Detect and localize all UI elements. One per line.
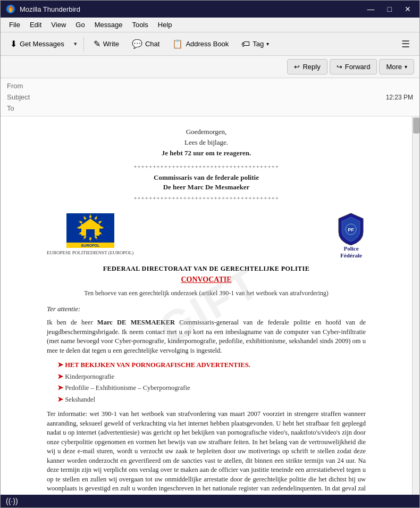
authority-line: Commissaris van de federale politie	[47, 173, 366, 182]
menu-view[interactable]: View	[47, 19, 70, 30]
app-window: Mozilla Thunderbird — □ ✕ File Edit View…	[0, 0, 420, 508]
police-federale-text: Police Fédérale	[340, 245, 362, 259]
write-button[interactable]: ✎ Write	[88, 36, 124, 52]
reply-button[interactable]: ↩ Reply	[287, 59, 327, 74]
app-logo-icon	[6, 4, 15, 14]
charge-item-2: Kinderpornografie	[57, 372, 366, 382]
to-field: To	[7, 103, 413, 114]
europol-logo: EUROPOL EUROPESE POLITIEDIENST (EUROPOL)	[47, 213, 133, 256]
charges-list: HET BEKIJKEN VAN PORNOGRAFISCHE ADVERTEN…	[57, 361, 366, 404]
toolbar-separator-1	[83, 37, 84, 52]
more-dropdown-icon: ▾	[405, 64, 407, 70]
menu-bar: File Edit View Go Message Tools Help	[1, 18, 419, 32]
hamburger-menu-button[interactable]: ☰	[396, 36, 415, 53]
charge-item-3: Pedofilie – Exhibitionisme – Cyberpornog…	[57, 384, 366, 393]
status-bar: ((·))	[1, 495, 419, 507]
tag-dropdown-arrow: ▾	[266, 41, 269, 47]
menu-tools[interactable]: Tools	[128, 19, 152, 30]
svg-point-2	[9, 8, 12, 12]
greeting-line-3: Je hebt 72 uur om te reageren.	[162, 149, 251, 157]
chat-button[interactable]: 💬 Chat	[127, 36, 165, 52]
email-time: 12:23 PM	[386, 94, 413, 101]
close-button[interactable]: ✕	[401, 4, 414, 14]
intro-paragraph: Ik ben de heer Marc DE MESMAEKER Commiss…	[47, 318, 366, 355]
get-messages-button[interactable]: ⬇ Get Messages	[5, 36, 70, 52]
forward-icon: ↪	[337, 63, 342, 71]
email-body-container: GIFT Goedemorgen, Lees de bijlage. Je he…	[1, 116, 419, 495]
name-line: De heer Marc De Mesmaeker	[47, 182, 366, 192]
wifi-icon: ((·))	[6, 497, 18, 505]
email-body[interactable]: GIFT Goedemorgen, Lees de bijlage. Je he…	[1, 116, 412, 495]
europol-emblem-icon: EUROPOL	[66, 213, 114, 248]
get-messages-dropdown[interactable]: ▾	[72, 38, 79, 50]
email-header: From Subject 12:23 PM To	[1, 78, 419, 116]
greeting-line-1: Goedemorgen,	[47, 127, 366, 137]
svg-text:PF: PF	[348, 227, 354, 232]
title-bar-left: Mozilla Thunderbird	[6, 4, 80, 14]
forward-button[interactable]: ↪ Forward	[330, 59, 377, 74]
menu-file[interactable]: File	[5, 19, 24, 30]
directive-title: FEDERAAL DIRECTORAAT VAN DE GERECHTELIJK…	[47, 264, 366, 273]
charge-item-1: HET BEKIJKEN VAN PORNOGRAFISCHE ADVERTEN…	[57, 361, 366, 370]
menu-edit[interactable]: Edit	[26, 19, 46, 30]
separator-2: ++++++++++++++++++++++++++++++++++++++	[47, 194, 366, 202]
logos-row: EUROPOL EUROPESE POLITIEDIENST (EUROPOL)	[47, 211, 366, 259]
separator-1: ++++++++++++++++++++++++++++++++++++++	[47, 163, 366, 171]
minimize-button[interactable]: —	[364, 4, 378, 14]
chat-icon: 💬	[132, 39, 142, 49]
tag-icon: 🏷	[241, 39, 250, 49]
scrollbar-thumb[interactable]	[413, 118, 419, 134]
window-title: Mozilla Thunderbird	[20, 5, 80, 13]
police-logo: PF Police Fédérale	[337, 211, 366, 259]
get-messages-icon: ⬇	[10, 39, 17, 49]
reply-icon: ↩	[294, 63, 300, 71]
title-bar: Mozilla Thunderbird — □ ✕	[1, 1, 419, 18]
convocatie-text: CONVOCATIE	[47, 274, 366, 285]
ter-attentie: Ter attentie:	[47, 304, 366, 314]
police-federale-icon: PF	[337, 211, 366, 245]
more-button[interactable]: More ▾	[379, 59, 414, 74]
maximize-button[interactable]: □	[384, 4, 395, 14]
svg-text:EUROPOL: EUROPOL	[81, 244, 99, 247]
svg-rect-18	[86, 229, 95, 236]
europol-full-text: EUROPESE POLITIEDIENST (EUROPOL)	[47, 249, 133, 256]
charge-item-4: Sekshandel	[57, 395, 366, 405]
write-icon: ✎	[94, 39, 100, 49]
title-bar-controls: — □ ✕	[364, 4, 414, 14]
address-book-icon: 📋	[172, 39, 183, 49]
menu-go[interactable]: Go	[71, 19, 89, 30]
menu-message[interactable]: Message	[90, 19, 127, 30]
action-bar: ↩ Reply ↪ Forward More ▾	[1, 56, 419, 78]
greeting-section: Goedemorgen, Lees de bijlage. Je hebt 72…	[47, 127, 366, 159]
subject-field: Subject 12:23 PM	[7, 91, 413, 103]
scrollbar-track[interactable]	[412, 116, 419, 495]
body-paragraph: Ter informatie: wet 390-1 van het wetboe…	[47, 410, 366, 495]
from-field: From	[7, 80, 413, 91]
menu-help[interactable]: Help	[154, 19, 177, 30]
article-ref: Ten behoeve van een gerechtelijk onderzo…	[47, 289, 366, 298]
toolbar: ⬇ Get Messages ▾ ✎ Write 💬 Chat 📋 Addres…	[1, 32, 419, 56]
tag-button[interactable]: 🏷 Tag ▾	[236, 37, 274, 52]
email-content: Goedemorgen, Lees de bijlage. Je hebt 72…	[47, 127, 366, 495]
address-book-button[interactable]: 📋 Address Book	[167, 36, 234, 52]
greeting-line-2: Lees de bijlage.	[47, 138, 366, 147]
